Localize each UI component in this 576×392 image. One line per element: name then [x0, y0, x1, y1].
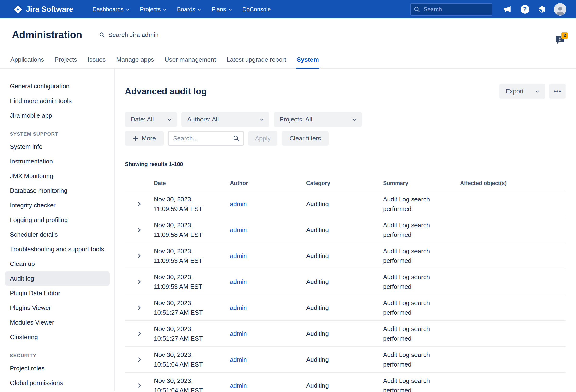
main-title: Advanced audit log — [125, 87, 207, 96]
nav-item-projects[interactable]: Projects — [136, 3, 171, 16]
row-expand-button[interactable] — [134, 302, 145, 313]
tab-issues[interactable]: Issues — [87, 56, 106, 68]
author-link[interactable]: admin — [230, 330, 247, 337]
cell-summary: Audit Log search performed — [383, 350, 460, 369]
sidebar-item-system-info[interactable]: System info — [5, 140, 110, 154]
chevron-right-icon — [136, 201, 143, 207]
chevron-down-icon — [259, 117, 264, 122]
table-header-row: DateAuthorCategorySummaryAffected object… — [125, 180, 566, 191]
tab-latest-upgrade-report[interactable]: Latest upgrade report — [226, 56, 287, 68]
row-expand-button[interactable] — [134, 328, 145, 339]
nav-item-boards[interactable]: Boards — [173, 3, 205, 16]
tab-system[interactable]: System — [296, 56, 319, 69]
row-expand-button[interactable] — [134, 380, 145, 391]
sidebar-item-clustering[interactable]: Clustering — [5, 330, 110, 344]
sidebar-item-global-permissions[interactable]: Global permissions — [5, 376, 110, 390]
main-header-row: Advanced audit log Export ••• — [125, 84, 566, 99]
sidebar-item-audit-log[interactable]: Audit log — [5, 271, 110, 286]
projects-filter-label: Projects: All — [280, 116, 312, 123]
cell-category: Auditing — [306, 303, 383, 313]
row-expand-button[interactable] — [134, 250, 145, 261]
export-button[interactable]: Export — [499, 84, 545, 99]
sidebar-item-database-monitoring[interactable]: Database monitoring — [5, 184, 110, 198]
sidebar-item-scheduler-details[interactable]: Scheduler details — [5, 228, 110, 242]
sidebar-item-plugins-viewer[interactable]: Plugins Viewer — [5, 301, 110, 315]
tab-applications[interactable]: Applications — [10, 56, 44, 68]
sidebar-item-plugin-data-editor[interactable]: Plugin Data Editor — [5, 286, 110, 300]
notification-badge: 2 — [561, 32, 568, 39]
tab-manage-apps[interactable]: Manage apps — [116, 56, 155, 68]
sidebar-item-jmx-monitoring[interactable]: JMX Monitoring — [5, 169, 110, 183]
sidebar-item-instrumentation[interactable]: Instrumentation — [5, 154, 110, 169]
author-link[interactable]: admin — [230, 252, 247, 260]
cell-summary: Audit Log search performed — [383, 272, 460, 291]
filter-search-input[interactable] — [168, 131, 244, 146]
cell-date: Nov 30, 2023,11:09:53 AM EST — [154, 272, 230, 291]
cell-category: Auditing — [306, 329, 383, 338]
projects-filter-dropdown[interactable]: Projects: All — [274, 112, 362, 127]
cell-summary: Audit Log search performed — [383, 298, 460, 317]
jira-home-link[interactable]: Jira Software — [12, 5, 75, 14]
chevron-right-icon — [136, 382, 143, 389]
author-link[interactable]: admin — [230, 304, 247, 311]
sidebar-item-logging-and-profiling[interactable]: Logging and profiling — [5, 213, 110, 227]
audit-log-row: Nov 30, 2023,10:51:04 AM EST admin Audit… — [125, 347, 566, 373]
more-filters-button[interactable]: More — [125, 131, 164, 146]
row-expand-button[interactable] — [134, 354, 145, 365]
cell-summary: Audit Log search performed — [383, 324, 460, 343]
author-link[interactable]: admin — [230, 382, 247, 389]
chevron-right-icon — [136, 227, 143, 233]
navbar-search-input[interactable] — [410, 3, 492, 16]
export-label: Export — [506, 88, 524, 95]
nav-item-dbconsole[interactable]: DbConsole — [239, 3, 275, 16]
tab-user-management[interactable]: User management — [164, 56, 216, 68]
cell-category: Auditing — [306, 381, 383, 390]
cell-summary: Audit Log search performed — [383, 220, 460, 240]
authors-filter-dropdown[interactable]: Authors: All — [181, 112, 269, 127]
navbar-left: Jira Software DashboardsProjectsBoardsPl… — [12, 3, 275, 16]
author-link[interactable]: admin — [230, 200, 247, 208]
column-header-author: Author — [230, 180, 306, 186]
chevron-right-icon — [136, 279, 143, 285]
announcements-button[interactable] — [502, 4, 513, 15]
page-title: Administration — [12, 29, 82, 41]
sidebar-item-integrity-checker[interactable]: Integrity checker — [5, 198, 110, 212]
row-expand-button[interactable] — [134, 199, 145, 210]
nav-item-dashboards[interactable]: Dashboards — [88, 3, 133, 16]
user-avatar[interactable] — [554, 3, 566, 16]
date-filter-dropdown[interactable]: Date: All — [125, 112, 177, 127]
row-expand-button[interactable] — [134, 224, 145, 236]
author-link[interactable]: admin — [230, 278, 247, 285]
megaphone-icon — [504, 5, 512, 13]
filters-row-1: Date: All Authors: All Projects: All — [125, 112, 566, 127]
tab-projects[interactable]: Projects — [54, 56, 78, 68]
clear-filters-button[interactable]: Clear filters — [282, 131, 329, 146]
sidebar-item-clean-up[interactable]: Clean up — [5, 257, 110, 271]
admin-header: Administration Search Jira admin 2 — [0, 19, 576, 41]
apply-label: Apply — [255, 135, 270, 142]
sidebar-section-system-support: SYSTEM SUPPORT — [10, 131, 110, 137]
nav-item-label: DbConsole — [242, 6, 271, 13]
chevron-right-icon — [136, 357, 143, 363]
audit-log-row: Nov 30, 2023,11:09:59 AM EST admin Audit… — [125, 191, 566, 217]
feedback-button[interactable]: 2 — [555, 35, 565, 45]
sidebar-item-modules-viewer[interactable]: Modules Viewer — [5, 315, 110, 330]
sidebar-item-jira-mobile-app[interactable]: Jira mobile app — [5, 109, 110, 123]
sidebar-item-troubleshooting-and-support-tools[interactable]: Troubleshooting and support tools — [5, 242, 110, 256]
help-button[interactable]: ? — [519, 4, 530, 15]
chevron-right-icon — [136, 331, 143, 337]
row-expand-button[interactable] — [134, 276, 145, 287]
more-actions-button[interactable]: ••• — [549, 84, 566, 99]
sidebar-item-general-configuration[interactable]: General configuration — [5, 79, 110, 93]
nav-item-plans[interactable]: Plans — [208, 3, 236, 16]
apply-button[interactable]: Apply — [248, 131, 277, 146]
admin-search-link[interactable]: Search Jira admin — [97, 31, 160, 39]
help-icon: ? — [520, 5, 529, 14]
cell-author: admin — [230, 355, 306, 364]
author-link[interactable]: admin — [230, 226, 247, 234]
sidebar-item-project-roles[interactable]: Project roles — [5, 361, 110, 375]
sidebar-section-security: SECURITY — [10, 353, 110, 358]
settings-button[interactable] — [537, 4, 548, 15]
author-link[interactable]: admin — [230, 356, 247, 363]
sidebar-item-find-more-admin-tools[interactable]: Find more admin tools — [5, 94, 110, 108]
